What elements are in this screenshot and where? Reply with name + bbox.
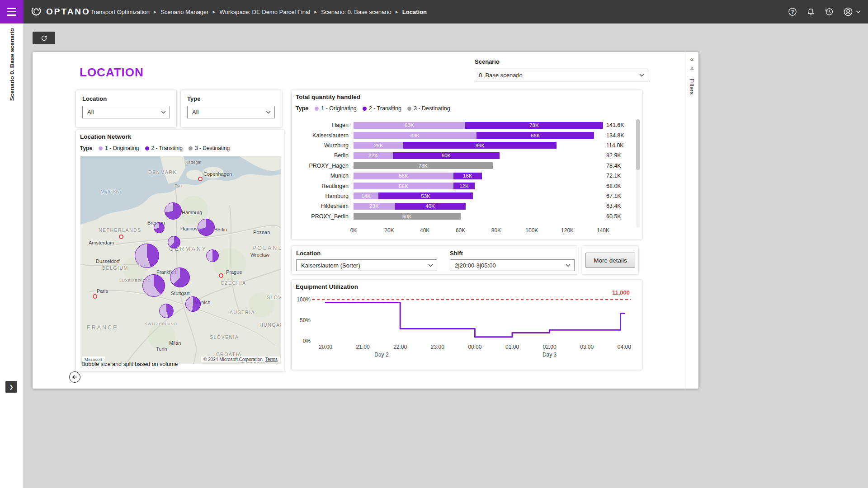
x-axis-tick-label: 02:00 — [543, 344, 557, 350]
refresh-button[interactable] — [33, 32, 55, 44]
legend-item: 2 - Transiting — [145, 145, 183, 151]
x-axis-tick-label: 140K — [597, 227, 609, 234]
map-place-label: POLAND — [252, 245, 281, 251]
account-icon[interactable] — [843, 6, 861, 17]
legend-dot-icon — [363, 107, 367, 111]
bar-segment[interactable]: 78K — [465, 122, 603, 129]
bar-track: 56K16K — [354, 173, 603, 179]
bar-segment[interactable]: 78K — [354, 162, 493, 169]
help-icon[interactable]: ? — [788, 7, 797, 17]
bar-row: Hildesheim23K40K63.4K — [294, 201, 624, 211]
map-canvas[interactable]: KattegatDENMARKCopenhagenNorth SeaFynNET… — [80, 156, 281, 364]
volume-bubble[interactable] — [170, 267, 190, 287]
back-button[interactable] — [69, 371, 80, 383]
pin-icon[interactable] — [689, 66, 695, 75]
legend-dot-icon — [145, 146, 149, 150]
volume-bubble[interactable] — [198, 219, 215, 236]
map-place-label: NETHERLANDS — [99, 227, 142, 233]
map-place-label: FRANCE — [87, 324, 118, 331]
bar-segment[interactable]: 14K — [354, 192, 378, 199]
bar-segment[interactable]: 60K — [393, 152, 500, 159]
bar-segment[interactable]: 86K — [403, 142, 557, 149]
history-icon[interactable] — [824, 7, 834, 17]
bar-row: Reutlingen56K12K68.0K — [294, 181, 624, 191]
bar-segment[interactable]: 23K — [354, 203, 395, 210]
map-pin-icon[interactable] — [119, 235, 123, 239]
shift-select-dropdown[interactable]: 2|20:00-3|05:00 — [450, 259, 575, 271]
expand-filters-icon[interactable]: « — [690, 56, 693, 62]
bar-segment[interactable]: 22K — [354, 152, 393, 159]
bar-category-label: Kaiserslautern — [294, 132, 354, 139]
bar-segment[interactable]: 69K — [354, 132, 476, 139]
type-slicer-dropdown[interactable]: All — [187, 106, 275, 118]
bar-category-label: Reutlingen — [294, 183, 354, 189]
map-pin-icon[interactable] — [198, 177, 203, 181]
bar-row: Berlin22K60K82.9K — [294, 150, 624, 160]
bar-segment[interactable]: 63K — [354, 122, 465, 129]
filters-panel-label[interactable]: Filters — [689, 79, 695, 94]
bar-segment[interactable]: 56K — [354, 183, 453, 189]
bar-segment[interactable]: 12K — [453, 183, 475, 189]
bar-segment[interactable]: 56K — [354, 173, 453, 179]
bar-category-label: Wurzburg — [294, 142, 354, 149]
hamburger-menu-button[interactable] — [0, 0, 24, 23]
bar-segment[interactable]: 66K — [476, 132, 594, 139]
bar-segment[interactable]: 40K — [395, 203, 466, 210]
map-place-label: Prague — [226, 269, 242, 275]
breadcrumb-item[interactable]: Location — [402, 9, 427, 15]
bar-track: 14K53K — [354, 192, 603, 199]
volume-bubble[interactable] — [159, 304, 174, 318]
legend-dot-icon — [99, 146, 103, 150]
more-details-button[interactable]: More details — [585, 253, 635, 268]
sidebar-expand-button[interactable]: ❯ — [5, 381, 17, 393]
breadcrumb-item[interactable]: Scenario Manager — [160, 9, 208, 15]
shift-select-value: 2|20:00-3|05:00 — [455, 262, 496, 269]
bar-segment[interactable]: 60K — [354, 213, 461, 220]
x-axis-tick-label: 40K — [420, 227, 429, 234]
notifications-bell-icon[interactable] — [806, 7, 816, 17]
bar-category-label: Hagen — [294, 122, 354, 128]
x-axis-tick-label: 21:00 — [356, 344, 370, 350]
sidebar-scenario-label: Scenario 0. Base scenario — [9, 28, 15, 101]
volume-bubble[interactable] — [142, 274, 165, 297]
breadcrumb-item[interactable]: Transport Optimization — [90, 9, 150, 15]
map-place-label: SLOVENIA — [210, 334, 239, 340]
map-place-label: Stuttgart — [171, 291, 190, 296]
legend-dot-icon — [407, 107, 411, 111]
x-axis-tick-label: 00:00 — [468, 344, 481, 350]
location-select-dropdown[interactable]: Kaiserslautern (Sorter) — [296, 259, 437, 271]
map-legend-title: Type — [80, 145, 92, 151]
volume-bubble[interactable] — [185, 296, 201, 312]
utilization-line[interactable] — [326, 302, 624, 337]
bar-segment[interactable]: 28K — [354, 142, 403, 149]
map-terms-link[interactable]: Terms — [265, 357, 278, 362]
x-axis-tick-label: 20K — [384, 227, 394, 234]
volume-bubble[interactable] — [154, 222, 165, 233]
bar-total-label: 67.1K — [606, 193, 621, 199]
location-select-value: Kaiserslautern (Sorter) — [301, 262, 360, 269]
more-details-card: More details — [582, 246, 638, 274]
map-pin-icon[interactable] — [219, 273, 223, 278]
bar-segment[interactable]: 53K — [378, 192, 473, 199]
top-bar: OPTANO Transport Optimization▶Scenario M… — [0, 0, 868, 23]
map-place-label: Berlin — [214, 227, 227, 232]
breadcrumb-item[interactable]: Workspace: DE Demo Parcel Final — [220, 9, 311, 15]
bar-segment[interactable]: 16K — [453, 173, 482, 179]
location-slicer-dropdown[interactable]: All — [82, 106, 170, 118]
bar-track: 23K40K — [354, 203, 603, 210]
volume-bubble[interactable] — [168, 236, 180, 249]
bar-chart-x-axis: 0K20K40K60K80K100K120K140K — [354, 227, 603, 235]
map-place-label: AUSTRIA — [230, 310, 255, 315]
bar-row: Hagen63K78K141.6K — [294, 120, 624, 130]
volume-bubble[interactable] — [135, 244, 159, 268]
bar-chart-scrollbar-thumb[interactable] — [636, 119, 640, 170]
bar-category-label: Hildesheim — [294, 203, 354, 209]
breadcrumb-item[interactable]: Scenario: 0. Base scenario — [321, 9, 391, 15]
type-slicer-label: Type — [187, 95, 200, 102]
brand-logo-icon — [30, 5, 42, 19]
legend-item: 2 - Transiting — [363, 105, 401, 112]
scenario-dropdown[interactable]: 0. Base scenario — [474, 69, 648, 81]
volume-bubble[interactable] — [165, 202, 182, 220]
map-pin-icon[interactable] — [93, 294, 97, 299]
volume-bubble[interactable] — [206, 249, 219, 262]
